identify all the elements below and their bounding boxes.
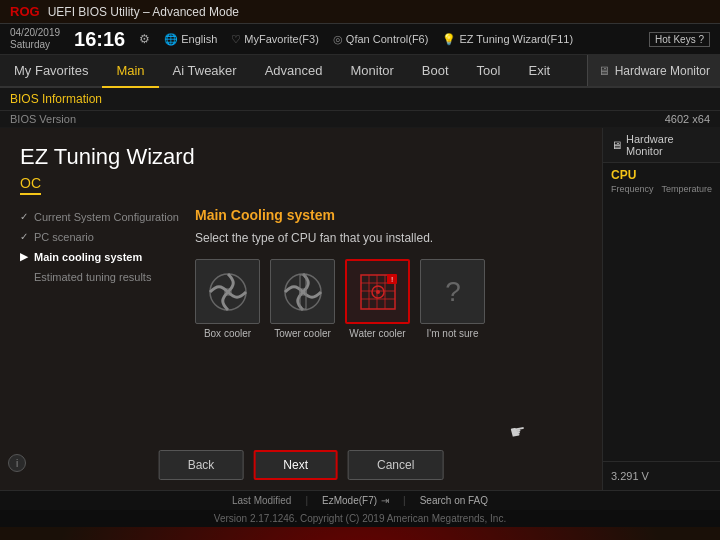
box-cooler-option[interactable]: Box cooler: [195, 259, 260, 339]
freq-label: Frequency: [611, 184, 654, 194]
not-sure-option[interactable]: ? I'm not sure: [420, 259, 485, 339]
rog-logo: ROG: [10, 4, 40, 19]
date-label: 04/20/2019: [10, 27, 60, 39]
water-cooler-option[interactable]: ! Water cooler: [345, 259, 410, 339]
tower-cooler-label: Tower cooler: [274, 328, 331, 339]
water-cooler-icon: !: [345, 259, 410, 324]
nav-my-favorites[interactable]: My Favorites: [0, 55, 102, 86]
svg-text:!: !: [390, 275, 392, 284]
ezmode-button[interactable]: EzMode(F7) ⇥: [322, 495, 389, 506]
svg-point-13: [376, 290, 380, 294]
cancel-button[interactable]: Cancel: [348, 450, 443, 480]
box-cooler-svg: [207, 271, 249, 313]
step-current-config[interactable]: Current System Configuration: [20, 207, 185, 227]
water-cooler-label: Water cooler: [349, 328, 405, 339]
clock: 16:16: [74, 28, 125, 51]
copyright-text: Version 2.17.1246. Copyright (C) 2019 Am…: [214, 513, 506, 524]
ezmode-arrow-icon: ⇥: [381, 495, 389, 506]
datetime-block: 04/20/2019 Saturday: [10, 27, 60, 51]
monitor-icon: 🖥: [598, 64, 610, 78]
cpu-section: CPU Frequency Temperature: [603, 163, 720, 199]
steps-list: Current System Configuration PC scenario…: [20, 207, 185, 339]
gear-icon[interactable]: ⚙: [139, 32, 150, 46]
voltage-display: 3.291 V: [603, 461, 720, 490]
hot-keys-btn[interactable]: Hot Keys ?: [649, 32, 710, 47]
box-cooler-label: Box cooler: [204, 328, 251, 339]
bottom-bar: Last Modified | EzMode(F7) ⇥ | Search on…: [0, 490, 720, 510]
nav-monitor[interactable]: Monitor: [337, 55, 408, 86]
myfavorites-item[interactable]: ♡ MyFavorite(F3): [231, 33, 319, 46]
next-button[interactable]: Next: [253, 450, 338, 480]
eztuning-label: EZ Tuning Wizard(F11): [459, 33, 573, 45]
language-item[interactable]: 🌐 English: [164, 33, 217, 46]
myfavorites-label: MyFavorite(F3): [244, 33, 319, 45]
temp-label: Temperature: [662, 184, 713, 194]
language-label: English: [181, 33, 217, 45]
bios-version-label: BIOS Version: [10, 113, 76, 125]
last-modified-label: Last Modified: [232, 495, 291, 506]
not-sure-icon: ?: [420, 259, 485, 324]
day-label: Saturday: [10, 39, 60, 51]
qfan-item[interactable]: ◎ Qfan Control(F6): [333, 33, 429, 46]
wizard-body: Current System Configuration PC scenario…: [20, 207, 582, 339]
monitor-panel-icon: 🖥: [611, 139, 622, 151]
wizard-panel: EZ Tuning Wizard OC Current System Confi…: [0, 128, 602, 490]
not-sure-svg: ?: [432, 271, 474, 313]
nav-advanced[interactable]: Advanced: [251, 55, 337, 86]
step-pc-scenario[interactable]: PC scenario: [20, 227, 185, 247]
qfan-label: Qfan Control(F6): [346, 33, 429, 45]
info-icon[interactable]: i: [8, 454, 26, 472]
wizard-title: EZ Tuning Wizard: [20, 144, 582, 170]
step-estimated-tuning[interactable]: Estimated tuning results: [20, 267, 185, 287]
right-panel: 🖥 Hardware Monitor CPU Frequency Tempera…: [602, 128, 720, 490]
cpu-sub-labels: Frequency Temperature: [611, 184, 712, 194]
divider2: |: [403, 495, 406, 506]
nav-bar: My Favorites Main Ai Tweaker Advanced Mo…: [0, 55, 720, 88]
step-content-desc: Select the type of CPU fan that you inst…: [195, 231, 572, 245]
bios-info-link[interactable]: BIOS Information: [10, 90, 102, 108]
step-main-cooling[interactable]: Main cooling system: [20, 247, 185, 267]
sub-nav: BIOS Information: [0, 88, 720, 111]
wizard-tab-oc[interactable]: OC: [20, 175, 41, 195]
cooler-options: Box cooler: [195, 259, 572, 339]
app-title: UEFI BIOS Utility – Advanced Mode: [48, 5, 239, 19]
svg-text:?: ?: [445, 276, 461, 307]
cpu-label: CPU: [611, 168, 712, 182]
hardware-monitor-title: 🖥 Hardware Monitor: [603, 128, 720, 163]
tower-cooler-svg: [282, 271, 324, 313]
nav-ai-tweaker[interactable]: Ai Tweaker: [159, 55, 251, 86]
info-bar: 04/20/2019 Saturday 16:16 ⚙ 🌐 English ♡ …: [0, 24, 720, 55]
tower-cooler-option[interactable]: Tower cooler: [270, 259, 335, 339]
divider1: |: [305, 495, 308, 506]
copyright-bar: Version 2.17.1246. Copyright (C) 2019 Am…: [0, 510, 720, 527]
nav-exit[interactable]: Exit: [514, 55, 564, 86]
box-cooler-icon: [195, 259, 260, 324]
back-button[interactable]: Back: [159, 450, 244, 480]
bios-version-value: 4602 x64: [665, 113, 710, 125]
hardware-monitor-nav: 🖥 Hardware Monitor: [587, 55, 720, 86]
step-content: Main Cooling system Select the type of C…: [185, 207, 582, 339]
search-faq-button[interactable]: Search on FAQ: [420, 495, 488, 506]
wizard-buttons: Back Next Cancel: [159, 450, 444, 480]
nav-main[interactable]: Main: [102, 55, 158, 88]
title-bar: ROG UEFI BIOS Utility – Advanced Mode: [0, 0, 720, 24]
water-cooler-svg: !: [357, 271, 399, 313]
nav-boot[interactable]: Boot: [408, 55, 463, 86]
step-content-title: Main Cooling system: [195, 207, 572, 223]
not-sure-label: I'm not sure: [427, 328, 479, 339]
eztuning-item[interactable]: 💡 EZ Tuning Wizard(F11): [442, 33, 573, 46]
tower-cooler-icon: [270, 259, 335, 324]
nav-tool[interactable]: Tool: [463, 55, 515, 86]
bios-version-row: BIOS Version 4602 x64: [0, 111, 720, 128]
